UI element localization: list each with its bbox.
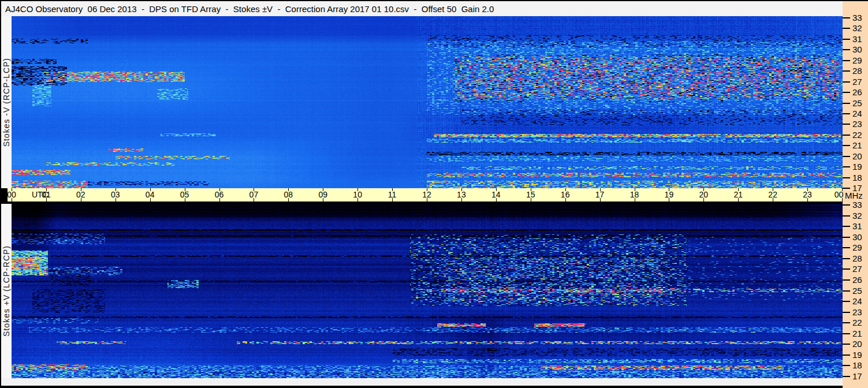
hour-label: 12: [422, 190, 431, 199]
freq-tick: [843, 145, 850, 146]
hour-label: 05: [180, 190, 189, 199]
hour-label: 23: [803, 190, 812, 199]
freq-tick-label: 27: [852, 264, 867, 274]
freq-tick: [843, 103, 850, 104]
hour-label: 07: [249, 190, 259, 199]
freq-tick-label: 27: [852, 77, 867, 87]
freq-tick: [843, 28, 850, 29]
freq-tick-label: 19: [852, 162, 867, 171]
freq-tick-label: 33: [852, 200, 867, 210]
freq-tick: [843, 49, 850, 50]
freq-tick-label: 30: [852, 232, 867, 242]
freq-tick: [843, 166, 850, 167]
hour-label: 18: [630, 190, 639, 199]
freq-tick-label: 29: [852, 55, 867, 65]
freq-tick-label: 21: [852, 329, 867, 338]
bottom-margin: [1, 378, 843, 386]
freq-tick-label: 31: [852, 34, 867, 44]
hour-label: 16: [561, 190, 570, 199]
hour-label: 00: [835, 190, 844, 199]
freq-tick-label: 25: [852, 286, 867, 296]
freq-tick: [843, 355, 850, 356]
freq-tick-label: 32: [852, 211, 867, 221]
freq-tick: [843, 365, 850, 366]
freq-tick-label: 24: [852, 109, 867, 118]
freq-tick-label: 18: [852, 173, 867, 182]
freq-tick: [843, 92, 850, 93]
freq-tick-label: 28: [852, 66, 867, 76]
title-bar: AJ4CO Observatory 06 Dec 2013 - DPS on T…: [1, 1, 843, 16]
freq-tick: [843, 268, 850, 270]
freq-tick: [843, 333, 850, 334]
stokes-posv-axis-label: Stokes +V (LCP-RCP): [2, 245, 11, 337]
freq-tick: [843, 226, 850, 227]
freq-tick-label: 33: [852, 13, 867, 23]
freq-tick-label: 19: [852, 350, 867, 360]
hour-label: 09: [318, 190, 327, 199]
freq-tick-label: 23: [852, 119, 867, 129]
hour-label: 10: [353, 190, 362, 199]
stokes-posv-axis: Stokes +V (LCP-RCP): [1, 204, 12, 378]
stokes-negv-axis-label: Stokes -V (RCP-LCP): [2, 58, 11, 147]
freq-tick: [843, 215, 850, 217]
freq-tick: [843, 376, 850, 377]
hour-label: 22: [768, 190, 777, 199]
hour-label: 13: [457, 190, 466, 199]
hour-label: 02: [76, 190, 85, 199]
freq-tick: [843, 81, 850, 83]
hour-label: 06: [215, 190, 224, 199]
app-window: AJ4CO Observatory 06 Dec 2013 - DPS on T…: [0, 0, 868, 388]
freq-tick-label: 32: [852, 23, 867, 33]
freq-tick: [843, 60, 850, 61]
freq-tick-label: 25: [852, 98, 867, 108]
freq-tick-label: 29: [852, 242, 867, 252]
freq-tick: [843, 237, 850, 238]
time-axis: 0001020304050607080910111213141516171819…: [8, 188, 843, 204]
hour-label: 17: [595, 190, 605, 199]
freq-tick: [843, 188, 850, 189]
freq-tick-label: 28: [852, 253, 867, 263]
freq-tick-label: 31: [852, 221, 867, 231]
freq-tick-label: 24: [852, 296, 867, 306]
hour-label: 21: [733, 190, 743, 199]
freq-tick-label: 18: [852, 360, 867, 370]
hour-label: 03: [111, 190, 120, 199]
freq-tick-label: 17: [852, 371, 867, 381]
freq-tick: [843, 344, 850, 345]
hour-label: 04: [146, 190, 155, 199]
freq-tick: [843, 156, 850, 157]
freq-tick: [843, 312, 850, 313]
freq-tick: [843, 301, 850, 302]
freq-tick-label: 22: [852, 318, 867, 327]
freq-tick-label: 26: [852, 275, 867, 285]
utc-label: UTC: [32, 190, 49, 199]
hour-label: 14: [491, 190, 501, 199]
hour-label: 19: [665, 190, 674, 199]
stokes-negv-axis: Stokes -V (RCP-LCP): [1, 16, 12, 188]
freq-tick-label: 20: [852, 339, 867, 349]
freq-tick: [843, 204, 850, 206]
hour-label: 20: [699, 190, 709, 199]
frequency-axis-strip: MHz3333323231313030292928282727262625252…: [843, 1, 868, 388]
freq-tick: [843, 39, 850, 40]
freq-tick: [843, 135, 850, 136]
freq-tick: [843, 17, 850, 18]
freq-tick-label: 23: [852, 307, 867, 317]
freq-tick: [843, 279, 850, 281]
hour-label: 00: [7, 190, 16, 199]
freq-tick: [843, 124, 850, 125]
freq-tick: [843, 247, 850, 248]
hour-label: 15: [526, 190, 535, 199]
spectrogram-stokes-posv: [12, 204, 843, 378]
freq-tick-label: 26: [852, 87, 867, 97]
freq-tick: [843, 258, 850, 259]
freq-tick-label: 30: [852, 44, 867, 54]
freq-tick-label: 20: [852, 151, 867, 161]
page-title: AJ4CO Observatory 06 Dec 2013 - DPS on T…: [1, 4, 494, 14]
freq-tick: [843, 70, 850, 72]
freq-tick: [843, 322, 850, 323]
freq-tick: [843, 113, 850, 114]
freq-tick-label: 22: [852, 130, 867, 140]
freq-tick-label: 17: [852, 183, 867, 193]
hour-label: 08: [284, 190, 293, 199]
